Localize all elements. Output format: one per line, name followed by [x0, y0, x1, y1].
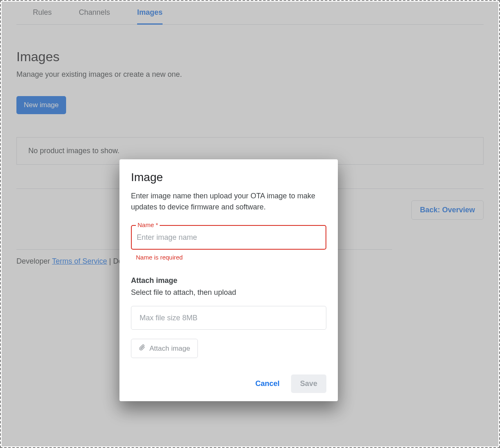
attach-image-label: Attach image — [149, 345, 190, 353]
name-label: Name * — [136, 221, 160, 228]
file-dropzone[interactable]: Max file size 8MB — [131, 306, 326, 330]
paperclip-icon — [139, 343, 145, 354]
attach-section-sub: Select file to attach, then upload — [131, 288, 326, 297]
dialog-title: Image — [131, 171, 326, 184]
attach-section-title: Attach image — [131, 276, 326, 285]
name-error: Name is required — [136, 254, 326, 261]
image-dialog: Image Enter image name then upload your … — [119, 159, 338, 401]
name-input[interactable] — [132, 233, 326, 242]
name-field[interactable]: Name * — [131, 225, 326, 250]
cancel-button[interactable]: Cancel — [253, 375, 282, 392]
attach-image-button[interactable]: Attach image — [131, 339, 198, 358]
save-button[interactable]: Save — [291, 374, 326, 393]
dialog-description: Enter image name then upload your OTA im… — [131, 191, 326, 213]
